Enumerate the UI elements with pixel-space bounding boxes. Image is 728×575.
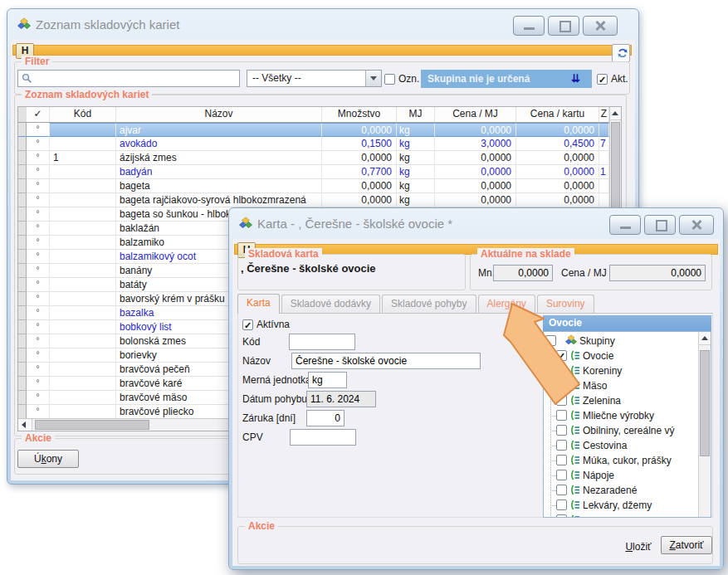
- close-button[interactable]: [679, 215, 714, 235]
- column-header-kod[interactable]: Kód: [50, 107, 116, 122]
- tree-item-label[interactable]: Ovocie: [583, 348, 613, 363]
- checkbox[interactable]: [384, 74, 395, 85]
- tree-item-ovocie[interactable]: ✓Ovocie: [544, 348, 711, 363]
- checkbox[interactable]: [556, 365, 567, 376]
- checkbox[interactable]: [556, 440, 567, 451]
- dropdown-button[interactable]: [365, 71, 381, 86]
- minimize-button[interactable]: [609, 215, 641, 235]
- tree-item-label[interactable]: Lekváry, džemy: [583, 498, 652, 513]
- field-zaruka-dni-input[interactable]: [306, 410, 344, 426]
- ukony-button[interactable]: Úkony: [17, 450, 79, 468]
- tree-scrollbar[interactable]: [698, 332, 711, 517]
- tree-root[interactable]: Skupiny: [544, 334, 711, 348]
- tab-alergeny[interactable]: Alergény: [478, 295, 535, 313]
- minimize-button[interactable]: [513, 16, 545, 36]
- tree-item-label[interactable]: Múka, cukor, prášky: [583, 453, 672, 468]
- tree-item-koreniny[interactable]: Koreniny: [544, 363, 711, 378]
- tree-item-label[interactable]: Nezaradené: [583, 483, 637, 498]
- table-row[interactable]: °ajvar0,0000kg0,00000,0000: [18, 123, 609, 137]
- tree-item-label[interactable]: Mäso: [583, 378, 607, 393]
- mn-value-field[interactable]: [493, 265, 553, 281]
- cell: [18, 377, 27, 391]
- tree-item-label[interactable]: Obilniny, cereálne vý: [583, 423, 675, 438]
- cell: °: [27, 278, 50, 292]
- tree-item-maso[interactable]: Mäso: [544, 378, 711, 393]
- tree-item-label[interactable]: Skupiny: [579, 334, 615, 348]
- tree-item-napoje[interactable]: Nápoje: [544, 468, 711, 483]
- close-button[interactable]: [583, 16, 618, 36]
- column-header-nazov[interactable]: Názov: [116, 107, 322, 122]
- column-header-mj[interactable]: MJ: [397, 107, 435, 122]
- row-selector-header[interactable]: [18, 107, 27, 122]
- tree-item-obilniny-cerealne-vy[interactable]: Obilniny, cereálne vý: [544, 423, 711, 438]
- tree-item-label[interactable]: Zelenina: [583, 393, 621, 408]
- maximize-button[interactable]: [548, 16, 579, 36]
- column-header-mnozstvo[interactable]: Množstvo: [322, 107, 397, 122]
- tree-item-zelenina[interactable]: Zelenina: [544, 393, 711, 408]
- table-row[interactable]: °badyán0,7700kg0,00000,00001: [18, 165, 609, 179]
- field-datum-pohybu-input[interactable]: [306, 391, 376, 407]
- tab-suroviny[interactable]: Suroviny: [537, 295, 594, 313]
- tree-item-nezaradene[interactable]: Nezaradené: [544, 483, 711, 498]
- tab-karta[interactable]: Karta: [237, 294, 280, 314]
- tab-skladove-pohyby[interactable]: Skladové pohyby: [382, 295, 476, 313]
- tree-item-label[interactable]: Nápoje: [583, 468, 614, 483]
- field-cpv-input[interactable]: [290, 429, 356, 446]
- stock-list-titlebar[interactable]: Zoznam skladových kariet: [7, 9, 638, 39]
- table-row[interactable]: °1ázijská zmes0,0000kg0,00000,0000: [18, 151, 609, 165]
- field-kod-input[interactable]: [289, 334, 355, 350]
- cell: [599, 123, 609, 137]
- checkbox[interactable]: [556, 410, 567, 421]
- scroll-left-button[interactable]: [18, 419, 32, 431]
- column-header-item[interactable]: ✓: [27, 107, 50, 122]
- checkbox[interactable]: [556, 499, 567, 510]
- column-header-cena-mj[interactable]: Cena / MJ: [435, 107, 516, 122]
- cena-mj-value-field[interactable]: [609, 265, 706, 281]
- checkbox[interactable]: [556, 425, 567, 436]
- tree-item-lekvary-dzemy[interactable]: Lekváry, džemy: [544, 498, 711, 513]
- tree-item-label[interactable]: Cestovina: [583, 438, 627, 453]
- type-dropdown[interactable]: -- Všetky --: [247, 70, 382, 87]
- tree-item-label[interactable]: Koreniny: [583, 363, 622, 378]
- tree-item-mliecne-vyrobky[interactable]: Mliečne výrobky: [544, 408, 711, 423]
- refresh-button[interactable]: [612, 44, 630, 62]
- checkbox[interactable]: [556, 514, 567, 518]
- tree-item-label[interactable]: Mliečne výrobky: [583, 408, 654, 423]
- checkbox[interactable]: ✓: [597, 74, 608, 85]
- checkbox[interactable]: [556, 380, 567, 391]
- aktivna-checkbox[interactable]: ✓ Aktívna: [242, 319, 290, 330]
- table-row[interactable]: °avokádo0,1500kg3,00000,45007: [18, 137, 609, 151]
- table-row[interactable]: °bageta0,0000kg0,00000,0000: [18, 179, 609, 193]
- tree-item-partial[interactable]: [544, 513, 711, 518]
- maximize-button[interactable]: [644, 215, 676, 235]
- scrollbar-thumb[interactable]: [35, 420, 149, 430]
- tree-item-cestovina[interactable]: Cestovina: [544, 438, 711, 453]
- stock-card-titlebar[interactable]: Karta - , Čerešne - školské ovocie *: [229, 208, 723, 238]
- column-header-z[interactable]: Z: [599, 107, 609, 122]
- checkbox[interactable]: [556, 455, 567, 465]
- scroll-up-button[interactable]: [699, 332, 711, 345]
- column-header-cena-kartu[interactable]: Cena / kartu: [516, 107, 599, 122]
- scrollbar-thumb[interactable]: [700, 350, 710, 456]
- field-nazov-input[interactable]: [291, 353, 481, 369]
- tab-skladove-dodavky[interactable]: Skladové dodávky: [281, 295, 380, 313]
- akt-checkbox[interactable]: ✓ Akt.: [597, 73, 628, 85]
- scroll-up-button[interactable]: [610, 107, 621, 120]
- double-chevron-down-icon[interactable]: ⇊: [571, 70, 580, 88]
- tree-item-muka-cukor-prasky[interactable]: Múka, cukor, prášky: [544, 453, 711, 468]
- checkbox[interactable]: ✓: [556, 350, 567, 361]
- field-merna-jednotka-input[interactable]: [308, 372, 347, 388]
- close-card-button[interactable]: Zatvoriť: [661, 536, 712, 554]
- checkbox[interactable]: [556, 485, 567, 495]
- checkbox[interactable]: [545, 335, 556, 346]
- save-button[interactable]: Uložiť: [619, 539, 657, 554]
- checkbox[interactable]: ✓: [242, 319, 253, 330]
- cell: 0,4500: [516, 137, 599, 151]
- checkbox[interactable]: [556, 395, 567, 406]
- ozn-checkbox[interactable]: Ozn.: [384, 73, 419, 85]
- table-row[interactable]: °bageta rajčiakovo-syrová hlbokozmrazená…: [18, 193, 609, 207]
- search-input[interactable]: [35, 71, 237, 87]
- checkbox[interactable]: [556, 470, 567, 480]
- scrollbar-thumb[interactable]: [611, 122, 620, 213]
- group-filter-field[interactable]: Skupina nie je určená ⇊: [421, 70, 592, 88]
